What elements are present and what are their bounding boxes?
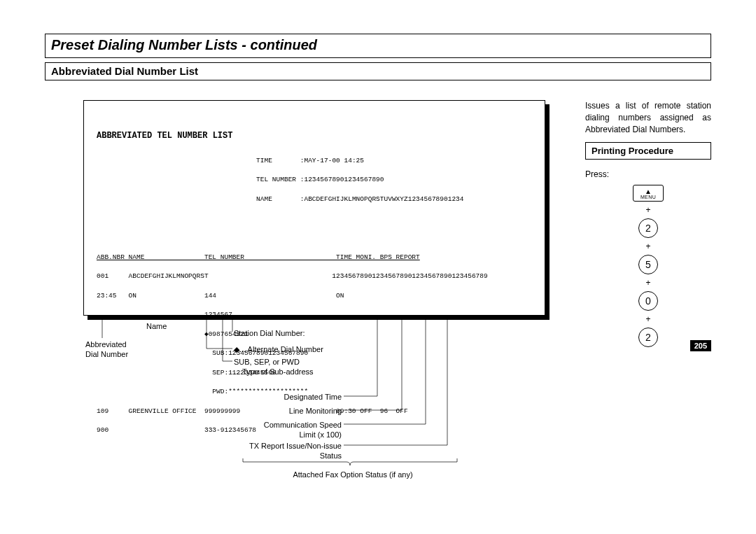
printout-row: SEP:112233445566 <box>97 369 276 377</box>
side-column: Issues a list of remote station dialing … <box>585 100 711 347</box>
num-key-0: 0 <box>638 291 658 311</box>
main-column: ABBREVIATED TEL NUMBER LIST TIME :MAY-17… <box>45 100 585 316</box>
printout-row: 23:45 ON 144 ON <box>97 292 344 300</box>
callout-attached: Attached Fax Option Status (if any) <box>255 470 451 479</box>
menu-key: ▲ MENU <box>633 185 664 202</box>
printout-row: PWD:******************** <box>97 388 308 395</box>
printout-row: 900 333-912345678 <box>97 426 256 434</box>
key-sequence: ▲ MENU + 2 + 5 + 0 + 2 <box>585 185 711 347</box>
printout-row: ◆0987654321 <box>97 330 248 338</box>
press-label: Press: <box>585 169 711 179</box>
procedure-heading: Printing Procedure <box>592 146 705 156</box>
num-key-2: 2 <box>638 218 658 238</box>
printout-row: 109 GREENVILLE OFFICE 999999999 09:30 OF… <box>97 407 408 415</box>
printout-row: 001 ABCDEFGHIJKLMNOPQRST 123456789012345… <box>97 272 488 280</box>
subtitle-bar: Abbreviated Dial Number List <box>45 62 711 80</box>
printout-columns: ABB.NBR NAME TEL NUMBER TIME MONI. BPS R… <box>97 253 532 262</box>
printout-row: SUB:12345678901234567890 <box>97 349 308 357</box>
num-key-5: 5 <box>638 255 658 274</box>
page-title: Preset Dialing Number Lists - continued <box>51 37 705 53</box>
intro-text: Issues a list of remote station dialing … <box>585 100 711 135</box>
num-key-2b: 2 <box>638 328 658 347</box>
title-bar: Preset Dialing Number Lists - continued <box>45 34 711 58</box>
section-subtitle: Abbreviated Dial Number List <box>51 65 705 77</box>
page-number: 205 <box>690 340 711 351</box>
printout-heading: ABBREVIATED TEL NUMBER LIST <box>97 130 532 142</box>
printout-sample: ABBREVIATED TEL NUMBER LIST TIME :MAY-17… <box>83 100 545 316</box>
procedure-heading-box: Printing Procedure <box>585 142 711 160</box>
printout-row: 1234567 <box>97 311 232 318</box>
